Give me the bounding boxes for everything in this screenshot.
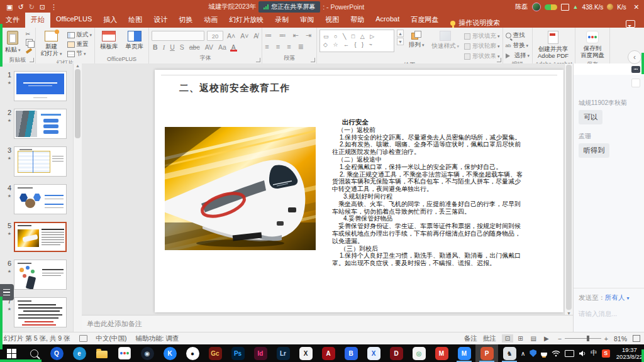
- volume-icon[interactable]: [579, 350, 586, 357]
- font-color-icon[interactable]: A: [230, 43, 237, 51]
- slideshow-button[interactable]: ▶: [541, 334, 552, 343]
- app-pet[interactable]: ♞: [498, 344, 521, 362]
- copy-icon[interactable]: [26, 39, 33, 46]
- train-image[interactable]: [165, 127, 316, 250]
- powerpoint[interactable]: P: [475, 344, 498, 362]
- hardware-icon[interactable]: [565, 350, 574, 357]
- sogou-input-icon[interactable]: S: [602, 349, 610, 358]
- font-name-box[interactable]: [152, 31, 204, 41]
- slide-thumbnail-5[interactable]: [14, 222, 67, 252]
- slide-thumbnail-1[interactable]: [14, 71, 67, 101]
- shape-fill-button[interactable]: 形状填充: [464, 32, 500, 40]
- app-3d[interactable]: D: [385, 344, 408, 362]
- save-to-netdisk-button[interactable]: 保存到 百度网盘: [578, 30, 607, 60]
- thumbnail-scrollbar[interactable]: ▲: [73, 63, 82, 332]
- select-button[interactable]: 选择: [506, 52, 530, 60]
- tab-开始[interactable]: 开始: [25, 13, 50, 28]
- slide-thumbnail-3[interactable]: [14, 146, 67, 177]
- align-buttons-row[interactable]: ≡ ≡ ≡ ≣: [265, 43, 314, 51]
- display-settings-icon[interactable]: [79, 335, 87, 342]
- hidden-icons-chevron[interactable]: ∧: [521, 350, 525, 357]
- app-gc[interactable]: Gc: [204, 344, 226, 362]
- scroll-up-icon[interactable]: ▲: [75, 63, 80, 68]
- screen-share-badge[interactable]: 您正在共享屏幕: [258, 1, 320, 13]
- slide-thumbnail-4[interactable]: [14, 184, 67, 214]
- shape-outline-button[interactable]: 形状轮廓: [464, 42, 500, 50]
- strikethrough-icon[interactable]: abc: [188, 43, 201, 51]
- shrink-font-icon[interactable]: A˅: [239, 32, 250, 40]
- lightroom[interactable]: Lr: [272, 344, 294, 362]
- account-name[interactable]: 陈磊: [516, 3, 528, 11]
- shape-gallery[interactable]: ▭ ○ ╲ □ △ ▷ ◇ ☆ ← { } ~: [319, 30, 394, 52]
- format-painter-icon[interactable]: [25, 48, 31, 53]
- save-icon[interactable]: ▣: [6, 3, 13, 11]
- send-to-value[interactable]: 所有人: [605, 293, 625, 301]
- file-explorer[interactable]: [91, 344, 113, 362]
- tab-幻灯片放映[interactable]: 幻灯片放映: [223, 13, 269, 28]
- slide-body-text[interactable]: 出行安全（一）返校前1.保持安全的社交距离。尽量避免去人员密集的场所，减少聚集。…: [332, 119, 526, 267]
- app-mumu[interactable]: M: [430, 344, 453, 362]
- autocad[interactable]: A: [317, 344, 340, 362]
- create-pdf-button[interactable]: 创建并共享 Adobe PDF: [535, 30, 571, 60]
- tab-审阅[interactable]: 审阅: [294, 13, 319, 28]
- slide-title[interactable]: 二、返校前安全教育工作: [179, 82, 290, 94]
- app-cut[interactable]: X: [294, 344, 317, 362]
- zoom-level[interactable]: 81%: [614, 335, 627, 343]
- steam[interactable]: ◉: [136, 344, 158, 362]
- grow-font-icon[interactable]: A˄: [226, 32, 236, 40]
- wifi-icon[interactable]: [552, 350, 560, 357]
- undo-icon[interactable]: ↺: [18, 3, 23, 11]
- quick-styles-button[interactable]: 快速样式: [429, 30, 462, 52]
- arrange-button[interactable]: 排列: [406, 30, 427, 50]
- send-to-dropdown-icon[interactable]: ▾: [626, 295, 629, 301]
- tab-插入[interactable]: 插入: [97, 13, 123, 28]
- close-window-button[interactable]: ×: [634, 2, 639, 12]
- change-case-icon[interactable]: Aa: [217, 43, 228, 51]
- layout-button[interactable]: 版式: [67, 31, 92, 39]
- notes-toggle[interactable]: 备注: [464, 334, 477, 343]
- single-page-library-button[interactable]: 单页库: [123, 30, 147, 52]
- ime-indicator[interactable]: 中: [591, 349, 597, 358]
- zoom-in-button[interactable]: +: [604, 335, 608, 343]
- zoom-slider[interactable]: [565, 338, 601, 339]
- shape-effects-button[interactable]: 形状效果: [464, 52, 500, 60]
- language-status[interactable]: 中文(中国): [96, 334, 127, 343]
- dialog-launcher-icon[interactable]: [256, 58, 260, 62]
- comments-icon[interactable]: [626, 20, 635, 28]
- clear-format-icon[interactable]: A̸: [252, 32, 259, 40]
- baidu-netdisk[interactable]: [113, 344, 136, 362]
- scrollbar-thumb[interactable]: [75, 69, 80, 138]
- notes-pane[interactable]: 单击此处添加备注: [82, 315, 573, 332]
- tab-百度网盘[interactable]: 百度网盘: [405, 13, 444, 28]
- dialog-launcher-icon[interactable]: [497, 58, 501, 62]
- chat-bubble-icon[interactable]: [631, 66, 640, 73]
- scrollbar-thumb[interactable]: [566, 65, 572, 310]
- comments-toggle[interactable]: 批注: [483, 334, 496, 343]
- start-slideshow-icon[interactable]: ⊡: [40, 3, 45, 11]
- chat-mini-button[interactable]: [631, 79, 640, 87]
- normal-view-button[interactable]: ⊡: [502, 334, 513, 343]
- list-buttons-row[interactable]: ≔ ≕ ⇤ ⇥: [265, 31, 314, 40]
- tencent-meeting[interactable]: M: [453, 344, 475, 362]
- font-size-box[interactable]: 20: [207, 31, 223, 41]
- tab-切换[interactable]: 切换: [173, 13, 198, 28]
- slide-sorter-view-button[interactable]: ⊞: [514, 334, 526, 343]
- qq[interactable]: ●: [181, 344, 204, 362]
- chat-input[interactable]: 请输入消息...: [579, 310, 639, 319]
- template-library-button[interactable]: 模板库: [97, 30, 121, 52]
- tab-绘图[interactable]: 绘图: [123, 13, 148, 28]
- edge-browser[interactable]: e: [68, 344, 91, 362]
- reset-button[interactable]: 重置: [67, 40, 92, 48]
- indesign[interactable]: Id: [249, 344, 272, 362]
- tab-OfficePLUS[interactable]: OfficePLUS: [50, 13, 97, 28]
- slide-thumbnail-7[interactable]: [14, 297, 67, 327]
- shape-gallery-scroll[interactable]: ▲ ▼: [397, 30, 404, 45]
- redo-icon[interactable]: ↻: [29, 3, 35, 11]
- tell-me-search[interactable]: 操作说明搜索: [450, 18, 500, 28]
- photoshop[interactable]: Ps: [226, 344, 249, 362]
- replace-button[interactable]: ab替换: [506, 41, 530, 50]
- tab-动画[interactable]: 动画: [198, 13, 223, 28]
- cut-icon[interactable]: ✂: [26, 31, 33, 37]
- section-button[interactable]: 节: [67, 50, 92, 58]
- editor-scrollbar[interactable]: ▼: [564, 63, 573, 315]
